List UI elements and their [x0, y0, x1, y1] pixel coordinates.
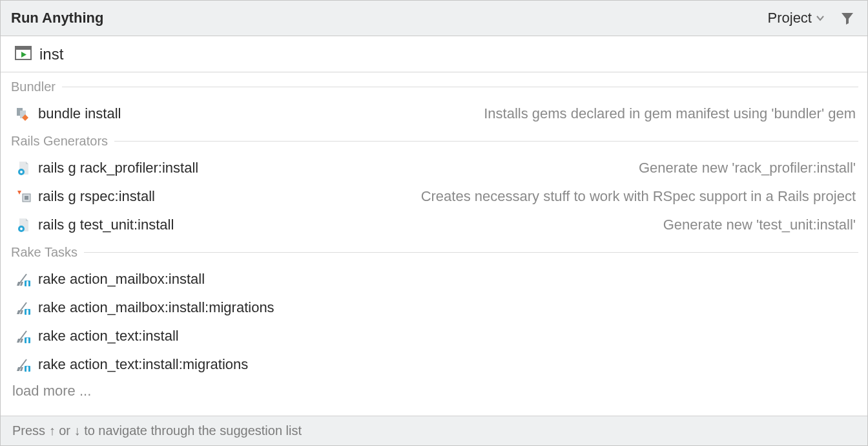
- result-label: rails g rack_profiler:install: [38, 160, 198, 176]
- result-description: Installs gems declared in gem manifest u…: [484, 105, 856, 122]
- svg-point-13: [26, 281, 28, 283]
- svg-rect-16: [26, 311, 28, 315]
- svg-rect-24: [26, 368, 28, 372]
- svg-point-9: [20, 228, 23, 230]
- result-description: Generate new 'test_unit:install': [663, 217, 856, 233]
- divider: [84, 252, 858, 253]
- search-input[interactable]: [39, 45, 853, 63]
- rake-icon: [15, 299, 32, 316]
- result-label: rails g rspec:install: [38, 188, 155, 205]
- svg-point-5: [20, 171, 23, 173]
- generator-icon: [15, 217, 32, 233]
- scope-label: Project: [768, 10, 812, 27]
- search-bar: [1, 36, 867, 72]
- funnel-icon: [840, 10, 855, 26]
- footer-hint-text: Press ↑ or ↓ to navigate through the sug…: [12, 423, 302, 438]
- rspec-generator-icon: [15, 188, 32, 205]
- chevron-down-icon: [816, 10, 825, 27]
- result-item-rspec[interactable]: rails g rspec:install Creates necessary …: [1, 182, 867, 211]
- svg-point-17: [26, 310, 28, 312]
- results-list: Bundler bundle install Installs gems dec…: [1, 72, 867, 416]
- run-anything-popup: Run Anything Project Bundler: [0, 0, 868, 446]
- result-description: Generate new 'rack_profiler:install': [639, 160, 856, 176]
- group-header-label: Rake Tasks: [11, 245, 78, 260]
- result-item-rack-profiler[interactable]: rails g rack_profiler:install Generate n…: [1, 154, 867, 182]
- result-label: rails g test_unit:install: [38, 217, 174, 233]
- svg-rect-12: [26, 282, 28, 286]
- result-label: rake action_text:install: [38, 328, 179, 345]
- result-item-test-unit[interactable]: rails g test_unit:install Generate new '…: [1, 211, 867, 239]
- svg-point-21: [26, 338, 28, 340]
- generator-icon: [15, 160, 32, 176]
- result-label: rake action_mailbox:install:migrations: [38, 299, 274, 316]
- run-icon: [15, 46, 32, 63]
- titlebar: Run Anything Project: [1, 1, 867, 36]
- footer-hint-bar: Press ↑ or ↓ to navigate through the sug…: [1, 416, 867, 445]
- rake-icon: [15, 356, 32, 373]
- svg-rect-20: [26, 339, 28, 343]
- bundler-icon: [15, 105, 32, 122]
- result-label: rake action_mailbox:install: [38, 271, 205, 288]
- group-header-bundler: Bundler: [1, 74, 867, 100]
- svg-point-25: [26, 366, 28, 368]
- popup-title: Run Anything: [11, 10, 103, 27]
- group-header-label: Rails Generators: [11, 134, 108, 149]
- result-label: rake action_text:install:migrations: [38, 356, 248, 373]
- result-item-rake-mailbox-install[interactable]: rake action_mailbox:install: [1, 265, 867, 293]
- rake-icon: [15, 271, 32, 288]
- result-item-bundle-install[interactable]: bundle install Installs gems declared in…: [1, 100, 867, 128]
- divider: [62, 87, 858, 87]
- result-item-rake-text-migrations[interactable]: rake action_text:install:migrations: [1, 350, 867, 379]
- group-header-generators: Rails Generators: [1, 128, 867, 154]
- filter-button[interactable]: [836, 7, 858, 29]
- divider: [114, 141, 858, 142]
- svg-rect-1: [16, 47, 31, 50]
- result-description: Creates necessary stuff to work with RSp…: [421, 188, 856, 205]
- group-header-rake: Rake Tasks: [1, 239, 867, 265]
- scope-selector[interactable]: Project: [764, 7, 829, 29]
- result-item-rake-mailbox-migrations[interactable]: rake action_mailbox:install:migrations: [1, 293, 867, 322]
- load-more-link[interactable]: load more ...: [1, 379, 867, 403]
- group-header-label: Bundler: [11, 80, 56, 94]
- rake-icon: [15, 328, 32, 345]
- svg-rect-7: [25, 196, 28, 200]
- result-item-rake-text-install[interactable]: rake action_text:install: [1, 322, 867, 350]
- result-label: bundle install: [38, 105, 121, 122]
